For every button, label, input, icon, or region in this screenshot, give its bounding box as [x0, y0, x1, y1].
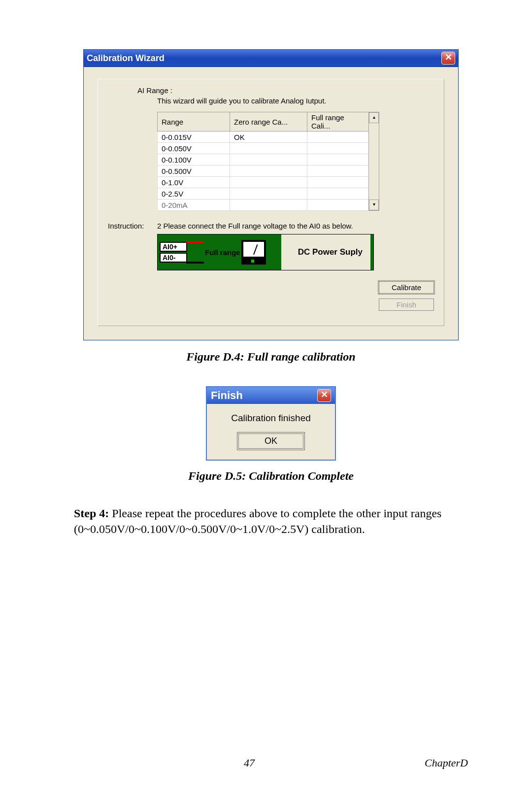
pin-ai0-plus: AI0+ — [160, 242, 187, 252]
finish-button: Finish — [379, 299, 434, 311]
figure-d4-caption: Figure D.4: Full range calibration — [74, 350, 468, 364]
table-row: 0-20mA — [158, 199, 369, 211]
col-full[interactable]: Full range Cali... — [307, 112, 369, 132]
page-number: 47 — [244, 757, 255, 769]
finish-dialog: Finish ✕ Calibration finished OK — [206, 386, 336, 461]
ok-button[interactable]: OK — [238, 433, 303, 449]
dc-power-label: DC Power Suply — [295, 245, 366, 259]
titlebar: Calibration Wizard ✕ — [84, 50, 458, 67]
table-row: 0-1.0V — [158, 177, 369, 188]
step4-label: Step 4: — [74, 507, 112, 520]
chapter-label: ChapterD — [425, 757, 468, 769]
step4-text: Please repeat the procedures above to co… — [74, 507, 441, 535]
finish-titlebar: Finish ✕ — [207, 387, 335, 404]
wiring-diagram: AI0+ AI0- Full range DC Power Suply — [157, 234, 374, 270]
table-row: 0-0.500V — [158, 166, 369, 177]
scrollbar[interactable]: ▴ ▾ — [368, 112, 379, 211]
wire-black-icon — [186, 262, 204, 264]
table-row: 0-0.100V — [158, 154, 369, 166]
scroll-down-icon[interactable]: ▾ — [369, 199, 379, 210]
table-row: 0-0.050V — [158, 143, 369, 154]
table-row: 0-0.015VOK — [158, 132, 369, 143]
instruction-label: Instruction: — [108, 222, 157, 230]
meter-icon — [241, 240, 266, 265]
finish-title: Finish — [211, 389, 243, 402]
wizard-subtitle: This wizard will guide you to calibrate … — [157, 97, 434, 105]
step4-paragraph: Step 4: Please repeat the procedures abo… — [74, 505, 468, 537]
table-row: 0-2.5V — [158, 188, 369, 199]
wizard-panel: AI Range : This wizard will guide you to… — [98, 79, 444, 326]
window-title: Calibration Wizard — [87, 53, 165, 64]
col-zero[interactable]: Zero range Ca... — [230, 112, 307, 132]
wire-red-icon — [186, 241, 204, 243]
finish-message: Calibration finished — [212, 413, 330, 424]
calibrate-button[interactable]: Calibrate — [379, 281, 434, 294]
col-range[interactable]: Range — [158, 112, 230, 132]
ai-range-label: AI Range : — [137, 86, 434, 95]
full-range-label: Full range — [205, 248, 240, 257]
range-table: Range Zero range Ca... Full range Cali..… — [157, 112, 369, 211]
close-icon[interactable]: ✕ — [441, 52, 455, 65]
close-icon[interactable]: ✕ — [317, 389, 331, 402]
pin-ai0-minus: AI0- — [160, 253, 187, 263]
instruction-text: 2 Please connect the Full range voltage … — [157, 222, 353, 230]
figure-d5-caption: Figure D.5: Calibration Complete — [74, 469, 468, 483]
scroll-up-icon[interactable]: ▴ — [369, 112, 379, 123]
calibration-wizard-window: Calibration Wizard ✕ AI Range : This wiz… — [83, 49, 459, 340]
